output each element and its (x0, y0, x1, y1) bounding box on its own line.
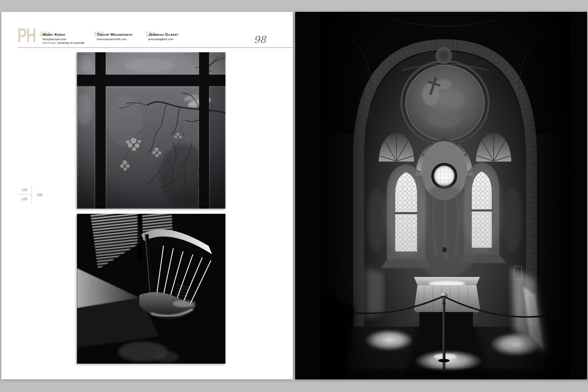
photographer-website: trevormessersmith.com (97, 38, 132, 40)
photo-dried-flowers-window (77, 52, 226, 209)
margin-marker-vertical-line (32, 185, 32, 204)
credit-jeremiah-gilbert: 126 Jeremiah Gilbert jeremiahgilbert.com (148, 32, 178, 40)
photographer-name: Jeremiah Gilbert (148, 32, 178, 36)
photographer-website: jeremiahgilbert.com (148, 38, 178, 40)
left-page: PH 124 Henry Kerns henrykernsart.com ins… (1, 12, 293, 379)
book-spread: PH 124 Henry Kerns henrykernsart.com ins… (0, 0, 588, 392)
credit-trevor-messersmith: 125 Trevor Messersmith trevormessersmith… (97, 32, 132, 40)
photo-chair-in-light (77, 214, 226, 364)
header-rule (18, 48, 293, 48)
margin-marker-horizontal-line (18, 194, 32, 194)
photographer-institution: institution: University of Louisville (42, 42, 84, 44)
institution-label: institution: (42, 41, 56, 44)
photo-chair-art (77, 214, 226, 364)
photographer-name: Henry Kerns (42, 32, 84, 36)
photographer-website: henrykernsart.com (42, 38, 84, 40)
photographer-name: Trevor Messersmith (97, 32, 132, 36)
publication-logo: PH (18, 25, 36, 45)
right-page (295, 12, 587, 379)
institution-value: University of Louisville (57, 41, 84, 44)
photo-chapel-interior (320, 12, 570, 379)
margin-number-side: 126 (36, 193, 42, 196)
margin-number-top: 124 (18, 188, 32, 192)
photo-window-art (77, 52, 226, 209)
page-number: 98 (254, 35, 266, 44)
margin-number-bottom: 125 (18, 197, 32, 201)
credit-henry-kerns: 124 Henry Kerns henrykernsart.com instit… (42, 32, 84, 44)
photo-chapel-art (320, 12, 570, 379)
